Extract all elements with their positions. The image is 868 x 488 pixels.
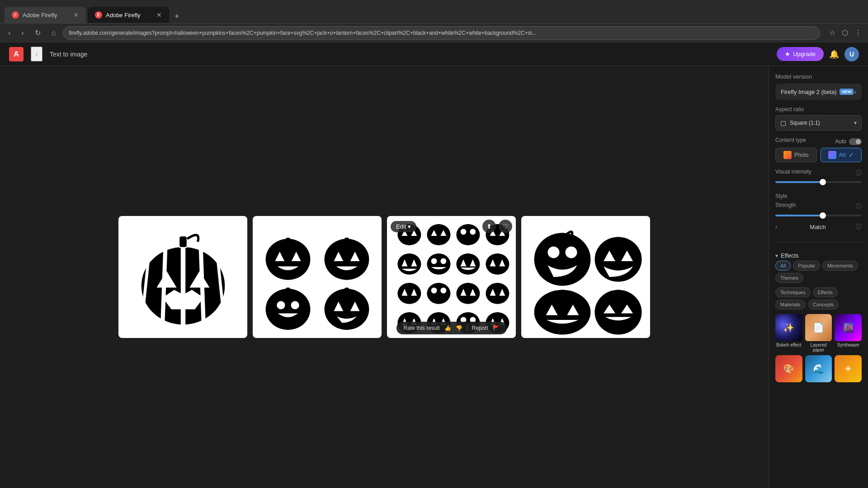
art-button[interactable]: Art ✓ [821, 148, 862, 162]
app-header: A ‹ Text to image ★ Upgrade 🔔 U [0, 42, 868, 66]
bookmark-icon[interactable]: ☆ [827, 27, 837, 39]
tag-materials[interactable]: Materials [775, 300, 806, 310]
effect-thumb-4[interactable]: 🎨 [775, 355, 802, 382]
heart-icon-button[interactable]: ♡ [499, 220, 512, 233]
svg-point-22 [291, 301, 299, 309]
filter-all[interactable]: All [775, 261, 791, 271]
match-info-icon[interactable]: ⓘ [856, 223, 862, 231]
svg-rect-71 [466, 283, 470, 287]
browser-tabs: F Adobe Firefly ✕ F Adobe Firefly ✕ + [5, 0, 183, 23]
svg-rect-91 [495, 312, 499, 317]
svg-point-16 [324, 239, 369, 280]
model-version-card[interactable]: Firefly Image 2 (beta) NEW › [775, 84, 862, 100]
reload-button[interactable]: ↻ [31, 27, 44, 39]
rate-separator [467, 324, 467, 332]
upgrade-button[interactable]: ★ Upgrade [777, 47, 824, 61]
adobe-logo: A [9, 47, 24, 61]
image-card-3[interactable]: Edit ▾ ⬆ ♡ [387, 216, 516, 338]
svg-rect-87 [466, 312, 470, 317]
effect-thumb-5[interactable]: 🌊 [805, 355, 832, 382]
svg-point-94 [565, 246, 577, 258]
auto-toggle[interactable] [849, 138, 862, 145]
effects-header[interactable]: ▾ Effects [775, 250, 862, 261]
filter-popular[interactable]: Popular [793, 261, 820, 271]
edit-button[interactable]: Edit ▾ [391, 221, 416, 232]
effect-thumb-6[interactable]: ☀ [835, 355, 862, 382]
effect-bokeh[interactable]: ✨ Bokeh effect [775, 314, 802, 352]
square-icon: ▢ [780, 119, 786, 127]
browser-tab-2[interactable]: F Adobe Firefly ✕ [88, 7, 169, 23]
extensions-icon[interactable]: ⬡ [840, 27, 850, 39]
tag-concepts[interactable]: Concepts [808, 300, 839, 310]
new-tab-button[interactable]: + [171, 10, 183, 23]
flag-icon[interactable]: 🚩 [493, 325, 500, 331]
svg-rect-59 [495, 253, 499, 258]
browser-tab-1[interactable]: F Adobe Firefly ✕ [5, 7, 86, 23]
svg-point-50 [440, 258, 446, 264]
svg-rect-103 [560, 290, 564, 299]
upgrade-label: Upgrade [793, 51, 816, 57]
visual-intensity-label: Visual intensity [775, 169, 811, 175]
svg-rect-19 [344, 238, 349, 245]
edit-chevron-icon: ▾ [408, 223, 411, 230]
strength-thumb[interactable] [820, 212, 826, 219]
photo-button[interactable]: Photo [775, 148, 817, 162]
back-nav-button[interactable]: ‹ [31, 47, 42, 61]
tag-techniques[interactable]: Techniques [775, 287, 811, 297]
visual-intensity-info-icon[interactable]: ⓘ [856, 169, 862, 177]
forward-button[interactable]: › [18, 27, 27, 39]
filter-movements[interactable]: Movements [822, 261, 858, 271]
report-label[interactable]: Report [472, 325, 488, 331]
home-button[interactable]: ⌂ [48, 27, 60, 39]
address-bar[interactable]: firefly.adobe.com/generate/images?prompt… [63, 26, 820, 40]
image-card-1[interactable] [118, 216, 247, 338]
synthwave-preview: 🌆 [835, 314, 862, 341]
user-avatar[interactable]: U [844, 47, 859, 61]
back-button[interactable]: ‹ [5, 27, 14, 39]
strength-info-icon[interactable]: ⓘ [856, 202, 862, 211]
tab-close-2[interactable]: ✕ [156, 11, 162, 19]
visual-intensity-section: Visual intensity ⓘ [775, 169, 862, 187]
divider-1 [775, 242, 862, 242]
address-text: firefly.adobe.com/generate/images?prompt… [69, 30, 536, 36]
effect-synthwave[interactable]: 🌆 Synthwave [835, 314, 862, 352]
svg-rect-67 [437, 283, 440, 287]
app-title: Text to image [50, 51, 87, 58]
svg-rect-15 [285, 238, 290, 245]
thumbsup-icon[interactable]: 👍 [444, 325, 451, 331]
rate-label: Rate this result [403, 325, 439, 331]
effect-4-preview: 🎨 [775, 355, 802, 382]
content-type-section: Content type Auto Photo Art ✓ [775, 137, 862, 162]
auto-text: Auto [835, 138, 846, 145]
auto-toggle-knob [856, 139, 861, 144]
card-icon-group: ⬆ ♡ [482, 220, 512, 233]
slider-thumb[interactable] [820, 179, 826, 185]
aspect-ratio-value: Square (1:1) [790, 120, 820, 126]
bell-icon[interactable]: 🔔 [829, 49, 839, 59]
header-right: ★ Upgrade 🔔 U [777, 47, 859, 61]
model-name-label: Firefly Image 2 (beta) [781, 89, 837, 95]
pumpkin-image-4 [521, 216, 650, 338]
image-card-4[interactable] [521, 216, 650, 338]
effects-filter-tags: All Popular Movements Themes [775, 261, 862, 283]
strength-slider[interactable] [775, 215, 862, 216]
pumpkin-image-2 [253, 216, 382, 338]
effect-layered-paper[interactable]: 📄 Layered paper [805, 314, 832, 352]
tab-close-1[interactable]: ✕ [73, 11, 79, 19]
settings-icon[interactable]: ⋮ [853, 27, 863, 39]
upload-icon-button[interactable]: ⬆ [482, 220, 496, 233]
upgrade-star-icon: ★ [785, 51, 790, 57]
style-section: Style Strength ⓘ › Match ⓘ [775, 193, 862, 234]
aspect-ratio-select[interactable]: ▢ Square (1:1) ▾ [775, 115, 862, 131]
svg-point-20 [265, 289, 310, 330]
svg-rect-63 [407, 283, 411, 287]
browser-chrome: F Adobe Firefly ✕ F Adobe Firefly ✕ + [0, 0, 868, 23]
svg-point-65 [431, 287, 437, 293]
thumbsdown-icon[interactable]: 👎 [456, 325, 462, 331]
visual-intensity-slider[interactable] [775, 181, 862, 183]
tag-effects[interactable]: Effects [813, 287, 838, 297]
filter-themes[interactable]: Themes [775, 273, 803, 283]
image-card-2[interactable] [253, 216, 382, 338]
svg-rect-47 [407, 253, 411, 258]
rate-bar: Rate this result 👍 👎 Report 🚩 [396, 322, 506, 334]
